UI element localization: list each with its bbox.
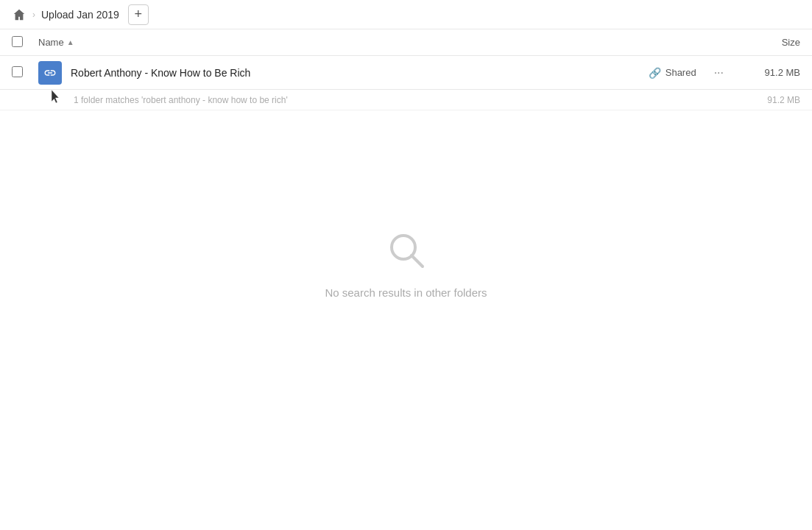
shared-label: Shared bbox=[666, 67, 696, 78]
name-column-header[interactable]: Name ▲ bbox=[38, 37, 741, 48]
more-options-button[interactable]: ··· bbox=[708, 63, 730, 82]
match-info-row: 1 folder matches 'robert anthony - know … bbox=[0, 90, 812, 110]
row-checkbox[interactable] bbox=[12, 66, 29, 80]
svg-line-1 bbox=[412, 255, 423, 266]
file-icon bbox=[38, 61, 62, 85]
link-icon bbox=[43, 66, 57, 80]
shared-badge: 🔗 Shared bbox=[649, 67, 696, 79]
name-column-label: Name bbox=[38, 37, 64, 48]
row-checkbox-input[interactable] bbox=[12, 66, 23, 77]
file-name-text: Robert Anthony - Know How to Be Rich bbox=[71, 67, 649, 79]
match-text: 1 folder matches 'robert anthony - know … bbox=[74, 95, 741, 105]
no-results-message: No search results in other folders bbox=[325, 286, 487, 299]
shared-link-icon: 🔗 bbox=[649, 67, 661, 79]
file-size-text: 91.2 MB bbox=[741, 67, 800, 78]
breadcrumb-label: Upload Jan 2019 bbox=[41, 9, 119, 21]
sort-arrow-icon: ▲ bbox=[67, 38, 74, 46]
empty-state: No search results in other folders bbox=[0, 228, 812, 299]
match-size: 91.2 MB bbox=[741, 95, 800, 105]
size-column-header[interactable]: Size bbox=[741, 37, 800, 48]
column-headers: Name ▲ Size bbox=[0, 29, 812, 56]
add-button[interactable]: + bbox=[128, 4, 149, 25]
no-results-icon bbox=[384, 228, 428, 275]
select-all-checkbox[interactable] bbox=[12, 36, 29, 49]
home-icon[interactable] bbox=[12, 7, 27, 22]
breadcrumb-bar: › Upload Jan 2019 + bbox=[0, 0, 812, 29]
select-all-input[interactable] bbox=[12, 36, 23, 47]
breadcrumb-chevron: › bbox=[32, 10, 35, 20]
file-row[interactable]: Robert Anthony - Know How to Be Rich 🔗 S… bbox=[0, 56, 812, 90]
